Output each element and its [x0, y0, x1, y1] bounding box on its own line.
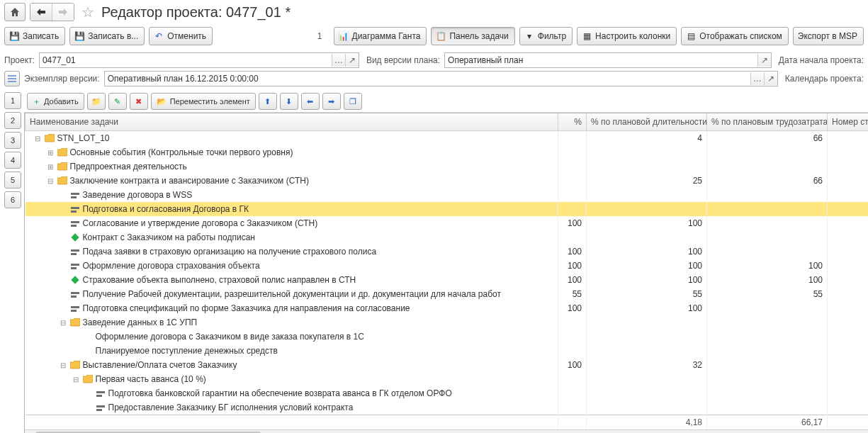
- panel-icon: 📋: [436, 31, 446, 41]
- columns-icon: ▦: [582, 31, 592, 41]
- row-text: Подготовка и согласования Договора в ГК: [83, 204, 249, 214]
- cell-dur: 100: [587, 273, 707, 287]
- table-row[interactable]: Получение Рабочей документации, разрешит…: [26, 287, 869, 301]
- svg-rect-15: [71, 310, 77, 312]
- svg-rect-9: [71, 264, 79, 266]
- expand-toggle[interactable]: ⊞: [47, 149, 55, 157]
- move-up-button[interactable]: ⬆: [259, 93, 277, 110]
- expand-toggle[interactable]: ⊟: [72, 376, 80, 383]
- side-tab-5[interactable]: 5: [4, 171, 21, 189]
- cell-lab: [707, 301, 828, 315]
- home-button[interactable]: [4, 3, 26, 21]
- table-row[interactable]: Контракт с Заказчиком на работы подписан: [26, 230, 869, 244]
- cell-rowno: [828, 159, 869, 174]
- columns-label: Настроить колонки: [595, 31, 670, 41]
- move-down-button[interactable]: ⬇: [280, 93, 298, 110]
- cell-pct: [558, 230, 587, 244]
- table-row[interactable]: Оформление договора с Заказчиком в виде …: [26, 330, 869, 344]
- indent-button[interactable]: ➡: [322, 93, 341, 110]
- cell-pct: [558, 386, 587, 400]
- save-button[interactable]: 💾 Записать: [4, 27, 65, 45]
- horizontal-scrollbar[interactable]: [25, 429, 868, 433]
- side-tab-3[interactable]: 3: [4, 132, 21, 149]
- col-rowno[interactable]: Номер ст: [828, 113, 869, 131]
- version-toggle-button[interactable]: [4, 71, 20, 86]
- forward-button[interactable]: [52, 4, 74, 21]
- columns-button[interactable]: ▦ Настроить колонки: [577, 27, 677, 45]
- task-icon: [70, 218, 80, 228]
- task-icon: [70, 190, 80, 200]
- outdent-button[interactable]: ⬅: [301, 93, 320, 110]
- version-inst-input[interactable]: Оперативный план 16.12.2015 0:00:00 … ↗: [104, 71, 778, 86]
- undo-icon: ↶: [154, 31, 164, 41]
- delete-button[interactable]: ✖: [130, 93, 148, 110]
- col-pct-dur[interactable]: % по плановой длительности: [587, 113, 707, 131]
- add-label: Добавить: [44, 97, 79, 106]
- save-as-button[interactable]: 💾 Записать в...: [69, 27, 145, 45]
- side-tab-1[interactable]: 1: [4, 92, 21, 109]
- col-pct-labor[interactable]: % по плановым трудозатратам: [707, 113, 828, 131]
- table-row[interactable]: Подготовка спецификаций по форме Заказчи…: [26, 301, 869, 315]
- copy-button[interactable]: ❐: [344, 93, 362, 110]
- cell-lab: [707, 216, 828, 230]
- cell-rowno: [828, 287, 869, 301]
- table-row[interactable]: Оформление договора страхования объекта1…: [26, 259, 869, 273]
- table-row[interactable]: ⊟Заведение данных в 1С УПП: [26, 315, 869, 330]
- table-row[interactable]: Подготовка банковской гарантии на обеспе…: [26, 386, 869, 400]
- task-panel-button[interactable]: 📋 Панель задачи: [431, 27, 514, 45]
- version-inst-value: Оперативный план 16.12.2015 0:00:00: [108, 74, 750, 84]
- cell-dur: [587, 344, 707, 358]
- project-select-icon[interactable]: …: [332, 54, 345, 67]
- cell-dur: 100: [587, 244, 707, 259]
- floppy-icon: 💾: [9, 31, 19, 41]
- side-tab-4[interactable]: 4: [4, 152, 21, 169]
- export-button[interactable]: Экспорт в MSP: [793, 27, 864, 45]
- expand-toggle[interactable]: ⊟: [60, 319, 67, 327]
- table-row[interactable]: Согласование и утверждение договора с За…: [26, 216, 869, 230]
- edit-button[interactable]: ✎: [108, 93, 127, 110]
- cancel-label: Отменить: [167, 31, 206, 41]
- table-row[interactable]: Заведение договора в WSS: [26, 188, 869, 202]
- table-row[interactable]: Планируемое поступление денежных средств: [26, 344, 869, 358]
- expand-toggle[interactable]: ⊟: [60, 361, 67, 369]
- table-row[interactable]: ⊟STN_LOT_10466: [26, 131, 869, 146]
- row-text: Первая часть аванса (10 %): [96, 374, 206, 384]
- display-list-button[interactable]: ▤ Отображать списком: [681, 27, 789, 45]
- table-row[interactable]: Подача заявки в страховую организацию на…: [26, 244, 869, 259]
- table-row[interactable]: Предоставление Заказчику БГ исполнения у…: [26, 400, 869, 415]
- side-tab-2[interactable]: 2: [4, 112, 21, 129]
- svg-rect-7: [71, 249, 79, 252]
- footer-row: 4,18 66,17: [26, 415, 869, 430]
- table-row[interactable]: ⊞Предпроектная деятельность: [26, 159, 869, 174]
- back-button[interactable]: [30, 4, 52, 21]
- favorite-star-icon[interactable]: ☆: [79, 4, 97, 21]
- expand-toggle[interactable]: ⊟: [47, 177, 55, 185]
- version-inst-open-icon[interactable]: ↗: [764, 72, 777, 85]
- table-row[interactable]: ⊞Основные события (Контрольные точки пер…: [26, 145, 869, 159]
- gantt-button[interactable]: 📊 Диаграмма Ганта: [334, 27, 427, 45]
- add-folder-button[interactable]: 📁: [87, 93, 106, 110]
- version-inst-select-icon[interactable]: …: [750, 72, 764, 85]
- add-button[interactable]: ＋ Добавить: [27, 93, 84, 110]
- row-text: Предпроектная деятельность: [70, 162, 187, 171]
- project-open-icon[interactable]: ↗: [345, 54, 359, 67]
- table-row[interactable]: ⊟Первая часть аванса (10 %): [26, 372, 869, 386]
- table-row[interactable]: Подготовка и согласования Договора в ГК: [26, 202, 869, 216]
- cancel-button[interactable]: ↶ Отменить: [149, 27, 213, 45]
- col-name[interactable]: Наименование задачи: [26, 113, 558, 131]
- expand-toggle[interactable]: ⊞: [47, 163, 55, 171]
- col-pct[interactable]: %: [558, 113, 587, 131]
- plan-version-input[interactable]: Оперативный план ↗: [444, 52, 772, 68]
- table-row[interactable]: ⊟Выставление/Оплата счетов Заказчику1003…: [26, 358, 869, 372]
- filter-button[interactable]: ▾ Фильтр: [519, 27, 573, 45]
- floppy-icon: 💾: [74, 31, 84, 41]
- move-button[interactable]: 📂 Переместить элемент: [151, 93, 256, 110]
- plan-version-open-icon[interactable]: ↗: [757, 54, 771, 67]
- project-input[interactable]: 0477_01 … ↗: [39, 52, 359, 68]
- row-text: Подготовка спецификаций по форме Заказчи…: [83, 303, 410, 313]
- table-row[interactable]: ⊟Заключение контракта и авансирование с …: [26, 174, 869, 188]
- cell-pct: 100: [558, 259, 587, 273]
- expand-toggle[interactable]: ⊟: [34, 135, 42, 142]
- side-tab-6[interactable]: 6: [4, 191, 21, 208]
- table-row[interactable]: Страхование объекта выполнено, страховой…: [26, 273, 869, 287]
